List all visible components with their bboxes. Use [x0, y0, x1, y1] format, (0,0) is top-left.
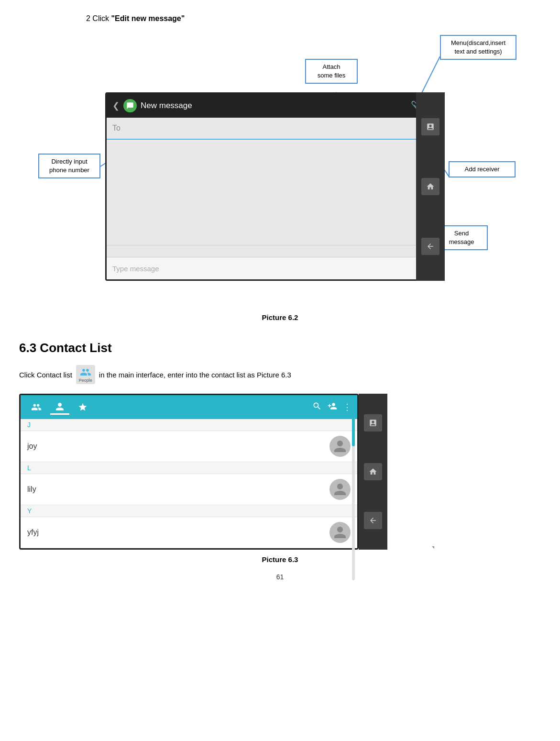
contact-avatar-joy: [329, 436, 351, 457]
picture-6-2-caption: Picture 6.2: [19, 313, 541, 321]
type-field[interactable]: Type message ▶: [107, 257, 443, 279]
search-icon[interactable]: [312, 401, 322, 413]
contact-intro: Click Contact list People in the main in…: [19, 365, 541, 384]
tab-favorites[interactable]: [73, 400, 92, 414]
step-label: 2 Click "Edit new message": [86, 14, 541, 23]
section-header-y: Y: [21, 505, 357, 517]
picture-6-3-caption: Picture 6.3: [19, 555, 541, 564]
contact-name-joy: joy: [27, 442, 325, 451]
phone-screenshot-1: ❮ New message 📎 ⋮ To: [105, 92, 445, 281]
scrollbar-thumb[interactable]: [352, 418, 355, 446]
to-placeholder: To: [112, 124, 420, 133]
more-options-icon[interactable]: ⋮: [343, 402, 351, 412]
contact-item-yfyj[interactable]: yfyj: [21, 517, 357, 548]
contact-name-yfyj: yfyj: [27, 528, 325, 537]
people-icon-label: People: [79, 378, 92, 383]
contacts-topbar-right: ⋮: [312, 401, 351, 413]
topbar-left: ❮ New message: [112, 99, 406, 112]
side-buttons-2: [359, 394, 387, 550]
type-placeholder: Type message: [112, 265, 426, 273]
to-field[interactable]: To: [107, 118, 443, 140]
menu-annotation: Menu(discard,insert text and settings): [440, 35, 516, 60]
people-icon: People: [76, 365, 95, 384]
message-topbar: ❮ New message 📎 ⋮: [107, 94, 443, 118]
section-header-l: L: [21, 462, 357, 474]
tab-contacts[interactable]: [50, 400, 69, 415]
side-btn2-top: [364, 414, 382, 431]
phone-screenshot-2-wrapper: ⋮ J joy: [19, 394, 435, 550]
side-btn-top: [421, 118, 439, 135]
message-body: [107, 140, 443, 245]
contacts-topbar: ⋮: [21, 395, 357, 419]
add-receiver-annotation: Add receiver: [449, 161, 516, 177]
message-screen: ❮ New message 📎 ⋮ To: [105, 92, 445, 281]
contact-list: J joy L lily: [21, 419, 357, 548]
section-header-j: J: [21, 419, 357, 431]
scrollbar-track: [352, 418, 355, 580]
contact-item-lily[interactable]: lily: [21, 474, 357, 505]
message-title: New message: [141, 101, 192, 111]
contact-avatar-yfyj: [329, 522, 351, 543]
tab-all-contacts[interactable]: [26, 400, 46, 414]
contact-name-lily: lily: [27, 485, 325, 494]
add-contact-btn[interactable]: [328, 401, 337, 413]
side-btn-bottom: [421, 238, 439, 255]
side-btn-middle: [421, 178, 439, 195]
page-container: 2 Click "Edit new message" Attach some f…: [0, 0, 560, 741]
side-btn2-bottom: [364, 512, 382, 529]
contact-item-joy[interactable]: joy: [21, 431, 357, 462]
side-btn2-middle: [364, 463, 382, 480]
attach-files-annotation: Attach some files: [305, 59, 358, 84]
side-buttons: [416, 92, 445, 281]
directly-input-annotation: Directly input phone number: [38, 154, 100, 178]
contact-avatar-lily: [329, 479, 351, 500]
phone-wrapper-2-inner: ⋮ J joy: [19, 394, 435, 550]
back-arrow-icon: ❮: [112, 100, 120, 111]
message-app-icon: [123, 99, 137, 112]
section-title: 6.3 Contact List: [19, 341, 541, 355]
contacts-screen: ⋮ J joy: [19, 394, 359, 550]
section-6-3: 6.3 Contact List Click Contact list Peop…: [19, 341, 541, 564]
page-number: 61: [19, 573, 541, 581]
char-count: 160/1: [107, 245, 443, 257]
